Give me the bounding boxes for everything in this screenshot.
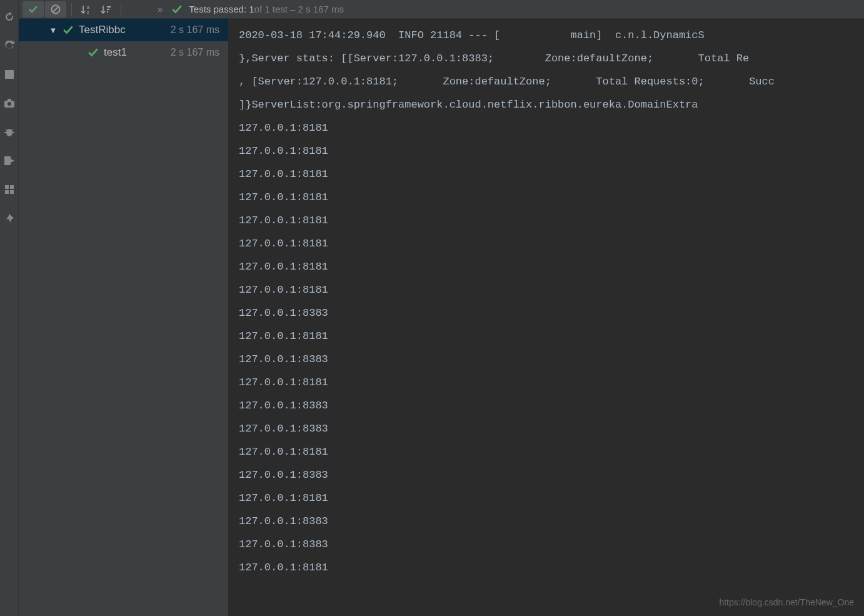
check-icon bbox=[88, 47, 99, 58]
status-details: of 1 test – 2 s 167 ms bbox=[254, 4, 344, 14]
console-line: 127.0.0.1:8181 bbox=[239, 278, 864, 301]
console-line: },Server stats: [[Server:127.0.0.1:8383;… bbox=[239, 47, 864, 70]
grid-icon[interactable] bbox=[4, 184, 15, 195]
chevron-down-icon[interactable]: ▼ bbox=[49, 26, 58, 35]
console-line: 127.0.0.1:8181 bbox=[239, 556, 864, 579]
console-line: 127.0.0.1:8181 bbox=[239, 371, 864, 394]
refresh-icon[interactable] bbox=[4, 40, 15, 51]
sync-icon[interactable] bbox=[4, 11, 15, 23]
console-output[interactable]: 2020-03-18 17:44:29.940 INFO 21184 --- [… bbox=[229, 19, 864, 616]
test-toolbar: az » Tests passed: 1 of 1 test – 2 s 167… bbox=[19, 0, 864, 19]
svg-text:z: z bbox=[87, 10, 89, 14]
svg-line-14 bbox=[53, 6, 59, 13]
console-line: 127.0.0.1:8181 bbox=[239, 255, 864, 278]
svg-point-3 bbox=[8, 102, 11, 106]
console-line: 127.0.0.1:8181 bbox=[239, 325, 864, 348]
svg-line-6 bbox=[6, 129, 8, 131]
watermark: https://blog.csdn.net/TheNew_One bbox=[719, 597, 854, 607]
console-line: 127.0.0.1:8383 bbox=[239, 301, 864, 325]
svg-rect-18 bbox=[107, 9, 109, 10]
export-icon[interactable] bbox=[4, 155, 15, 166]
console-line: ]}ServerList:org.springframework.cloud.n… bbox=[239, 93, 864, 116]
show-passed-button[interactable] bbox=[23, 1, 44, 18]
console-line: 127.0.0.1:8181 bbox=[239, 487, 864, 510]
show-ignored-button[interactable] bbox=[45, 1, 66, 18]
separator bbox=[71, 3, 72, 16]
left-tool-strip bbox=[0, 0, 19, 616]
test-tree[interactable]: ▼TestRibbc2 s 167 mstest12 s 167 ms bbox=[19, 19, 229, 616]
svg-rect-0 bbox=[5, 70, 14, 79]
svg-rect-17 bbox=[107, 6, 111, 8]
test-name: test1 bbox=[104, 46, 127, 59]
console-line: 127.0.0.1:8383 bbox=[239, 348, 864, 371]
svg-rect-8 bbox=[4, 156, 11, 165]
console-line: 127.0.0.1:8181 bbox=[239, 139, 864, 163]
console-line: 127.0.0.1:8383 bbox=[239, 533, 864, 556]
pin-icon[interactable] bbox=[4, 213, 15, 224]
console-line: 127.0.0.1:8181 bbox=[239, 116, 864, 139]
check-icon bbox=[63, 24, 74, 36]
chevron-right-icon: » bbox=[158, 4, 163, 14]
svg-text:a: a bbox=[87, 5, 89, 9]
console-line: 127.0.0.1:8181 bbox=[239, 440, 864, 463]
test-name: TestRibbc bbox=[79, 24, 126, 36]
console-line: , [Server:127.0.0.1:8181; Zone:defaultZo… bbox=[239, 70, 864, 93]
svg-line-7 bbox=[11, 129, 13, 131]
svg-rect-9 bbox=[5, 185, 9, 189]
console-line: 127.0.0.1:8383 bbox=[239, 463, 864, 487]
layout-icon[interactable] bbox=[4, 69, 15, 80]
camera-icon[interactable] bbox=[4, 98, 15, 109]
test-tree-item[interactable]: ▼TestRibbc2 s 167 ms bbox=[19, 19, 228, 41]
test-tree-item[interactable]: test12 s 167 ms bbox=[19, 41, 228, 64]
console-line: 127.0.0.1:8181 bbox=[239, 163, 864, 186]
check-icon bbox=[171, 4, 183, 15]
svg-rect-12 bbox=[10, 190, 14, 194]
test-status: » Tests passed: 1 of 1 test – 2 s 167 ms bbox=[158, 4, 344, 15]
svg-rect-2 bbox=[8, 99, 11, 101]
console-line: 127.0.0.1:8181 bbox=[239, 232, 864, 255]
console-line: 2020-03-18 17:44:29.940 INFO 21184 --- [… bbox=[239, 24, 864, 47]
sort-duration-button[interactable] bbox=[97, 1, 116, 18]
svg-rect-10 bbox=[10, 185, 14, 189]
console-line: 127.0.0.1:8383 bbox=[239, 394, 864, 417]
bug-icon[interactable] bbox=[4, 126, 15, 138]
sort-az-button[interactable]: az bbox=[77, 1, 96, 18]
test-duration: 2 s 167 ms bbox=[171, 24, 219, 36]
console-line: 127.0.0.1:8181 bbox=[239, 186, 864, 209]
svg-rect-19 bbox=[107, 11, 108, 13]
console-line: 127.0.0.1:8181 bbox=[239, 209, 864, 232]
console-line: 127.0.0.1:8383 bbox=[239, 510, 864, 533]
svg-rect-11 bbox=[5, 190, 9, 194]
status-passed-count: Tests passed: 1 bbox=[189, 4, 254, 14]
console-line: 127.0.0.1:8383 bbox=[239, 417, 864, 440]
test-duration: 2 s 167 ms bbox=[171, 47, 219, 58]
separator bbox=[121, 3, 121, 16]
